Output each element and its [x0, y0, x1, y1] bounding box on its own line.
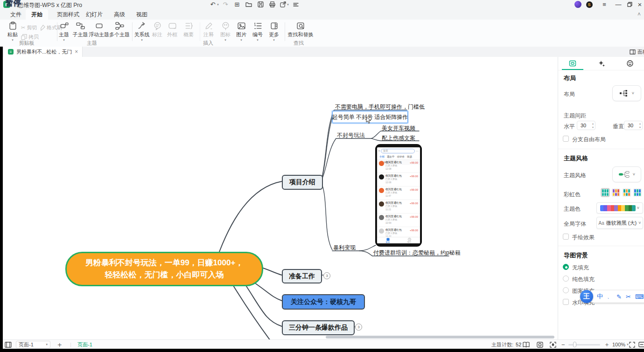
bg-solid-radio[interactable] — [563, 276, 569, 282]
fit-map-button[interactable] — [537, 340, 543, 349]
mindmap-canvas[interactable]: 男粉暴利不封号玩法，一单99，日赚1000+， 轻轻松松，无门槛，小白即可入场 … — [0, 57, 558, 339]
ime-keyboard-icon[interactable]: ⌨ — [635, 293, 644, 300]
step-down-icon[interactable]: ▾ — [592, 125, 594, 129]
collapse-ribbon-button[interactable]: ˄ — [632, 9, 644, 20]
customize-toolbar-button[interactable] — [292, 0, 300, 8]
ime-logo-badge[interactable]: 王 — [580, 290, 593, 303]
callout-button[interactable]: 标注 — [150, 21, 164, 43]
ime-pen-icon[interactable]: ✎ — [616, 293, 622, 300]
ime-mode-icon[interactable]: 中 — [597, 292, 603, 301]
collapsed-count-badge[interactable]: 3 — [355, 324, 362, 331]
add-page-button[interactable]: ＋ — [56, 340, 63, 349]
close-button[interactable]: × — [634, 0, 644, 9]
panel-toggle-button[interactable]: 面板 — [630, 47, 644, 57]
page-overview-button[interactable] — [5, 340, 12, 349]
center-map-button[interactable] — [550, 340, 556, 349]
hide-panel-button[interactable] — [638, 340, 644, 349]
panel-tab-emoji[interactable] — [616, 57, 644, 70]
free-layout-checkbox[interactable] — [563, 136, 569, 142]
bg-watermark-checkbox[interactable] — [563, 299, 569, 305]
undo-button[interactable]: ↶ — [209, 0, 217, 8]
horizontal-scrollbar[interactable] — [326, 336, 554, 338]
bg-none-radio[interactable] — [563, 264, 569, 270]
fullscreen-button[interactable] — [629, 340, 635, 349]
membership-badge[interactable]: S — [585, 0, 593, 8]
topic-dropdown-icon[interactable]: ▾ — [63, 39, 65, 41]
zoom-in-button[interactable]: ＋ — [604, 340, 610, 349]
boundary-button[interactable]: 外框 — [165, 21, 179, 43]
rainbow-swatch-4[interactable] — [633, 188, 642, 197]
zoom-out-button[interactable]: − — [561, 340, 565, 349]
theme-style-dropdown[interactable]: ˅ — [612, 166, 641, 182]
insert-icon-button[interactable]: 图标 ▾ — [218, 21, 232, 43]
picture-button[interactable]: 图片 ▾ — [234, 21, 248, 43]
vertical-spacing-stepper[interactable]: 30 ▴▾ — [624, 121, 643, 130]
save-button[interactable] — [257, 0, 264, 8]
subtopic-profit[interactable]: 暴利变现 — [333, 244, 356, 252]
bg-pattern-radio[interactable] — [563, 287, 569, 293]
tab-view[interactable]: 视图 — [131, 9, 153, 20]
subtopic-training[interactable]: 付费进群培训：恋爱秘籍，约p秘籍 — [373, 249, 461, 257]
ime-punct-icon[interactable]: 、 — [607, 293, 612, 300]
subtopic-play[interactable]: 不封号玩法 — [337, 131, 365, 139]
relation-dropdown-icon[interactable]: ▾ — [141, 39, 143, 41]
icon-dropdown-icon[interactable]: ▾ — [224, 39, 226, 41]
number-button[interactable]: 编号 ▾ — [251, 21, 265, 43]
open-file-button[interactable] — [245, 0, 252, 8]
branch-node-work[interactable]: 三分钟一条爆款作品 — [282, 320, 355, 335]
layout-dropdown[interactable]: ˅ — [612, 85, 641, 101]
outline-view-button[interactable] — [523, 340, 530, 349]
rainbow-swatch-1[interactable] — [601, 188, 609, 197]
paste-dropdown-icon[interactable]: ▾ — [12, 39, 14, 41]
redo-button[interactable]: ↷ — [222, 0, 229, 8]
minimize-button[interactable]: — — [612, 0, 624, 9]
user-avatar[interactable] — [574, 0, 582, 8]
new-file-button[interactable]: ⊞ — [233, 0, 241, 8]
subtopic-no-pc[interactable]: 不需要电脑，手机即可操作，门槛低 — [335, 103, 425, 111]
theme-color-dropdown[interactable]: ˅ — [596, 202, 643, 214]
tab-advanced[interactable]: 高级 — [108, 9, 131, 20]
share-button[interactable] — [279, 0, 287, 8]
collapsed-count-badge[interactable]: 3 — [323, 272, 330, 279]
undo-dropdown-icon[interactable]: ▾ — [216, 0, 220, 8]
print-button[interactable] — [268, 0, 276, 8]
summary-button[interactable]: 概要 — [181, 21, 196, 43]
central-topic-node[interactable]: 男粉暴利不封号玩法，一单99，日赚1000+， 轻轻松松，无门槛，小白即可入场 — [65, 252, 263, 286]
tab-slides[interactable]: 幻灯片 — [80, 9, 108, 20]
zoom-level-dropdown[interactable]: 100% ▾ — [612, 340, 629, 349]
cut-button[interactable]: ✂剪切 — [21, 24, 37, 31]
page-select-dropdown[interactable]: 页面-1 ▾ — [16, 341, 50, 348]
branch-node-prepare[interactable]: 准备工作 — [282, 269, 322, 283]
global-font-dropdown[interactable]: Aa 微软雅黑 (大) ˅ — [596, 217, 643, 229]
step-down-icon[interactable]: ▾ — [639, 125, 641, 129]
subtopic-button[interactable]: 子主题 — [72, 21, 89, 43]
tab-home[interactable]: 开始 — [26, 9, 48, 20]
panel-tab-ai[interactable] — [587, 57, 616, 70]
more-dropdown-icon[interactable]: ▾ — [273, 39, 275, 41]
sketch-effect-checkbox[interactable] — [563, 234, 569, 240]
tab-close-icon[interactable]: × — [75, 48, 78, 55]
picture-dropdown-icon[interactable]: ▾ — [240, 39, 242, 41]
step-up-icon[interactable]: ▴ — [639, 122, 641, 125]
page-tab-active[interactable]: 页面-1 — [77, 340, 92, 349]
horizontal-spacing-stepper[interactable]: 30 ▴▾ — [577, 121, 595, 130]
panel-tab-style[interactable] — [558, 57, 587, 70]
topic-button[interactable]: 主题 ▾ — [56, 21, 72, 43]
branch-node-follow[interactable]: 关注公众号：硬核九哥 — [282, 294, 365, 310]
relation-line-button[interactable]: 关系线 ▾ — [134, 21, 149, 43]
phone-screenshot-node[interactable]: ‹ 搜索 ⋯ 全部 退款中 待评价 筛选 全部类型 ▾ 收到普通红包 已存入零钱 — [376, 145, 421, 246]
multi-topic-button[interactable]: 多个主题 — [109, 21, 130, 43]
number-dropdown-icon[interactable]: ▾ — [257, 39, 259, 41]
more-insert-button[interactable]: 更多 ▾ — [267, 21, 281, 43]
subtopic-copywriting[interactable]: 配上伤感文案 — [382, 134, 415, 142]
step-up-icon[interactable]: ▴ — [592, 122, 594, 125]
window-menu-button[interactable]: ≡ — [598, 0, 610, 9]
subtopic-video[interactable]: 美女开车视频 — [382, 124, 415, 132]
zoom-slider-thumb[interactable] — [573, 342, 576, 347]
document-tab[interactable]: ≡ 男粉暴利不...松松，无门 × — [4, 47, 83, 57]
tab-file[interactable]: 文件 — [5, 9, 27, 20]
ime-scissors-icon[interactable]: ✂ — [626, 293, 631, 300]
share-dropdown-icon[interactable]: ▾ — [286, 0, 290, 8]
rainbow-swatch-2[interactable] — [612, 188, 620, 197]
rainbow-swatch-3[interactable] — [623, 188, 631, 197]
